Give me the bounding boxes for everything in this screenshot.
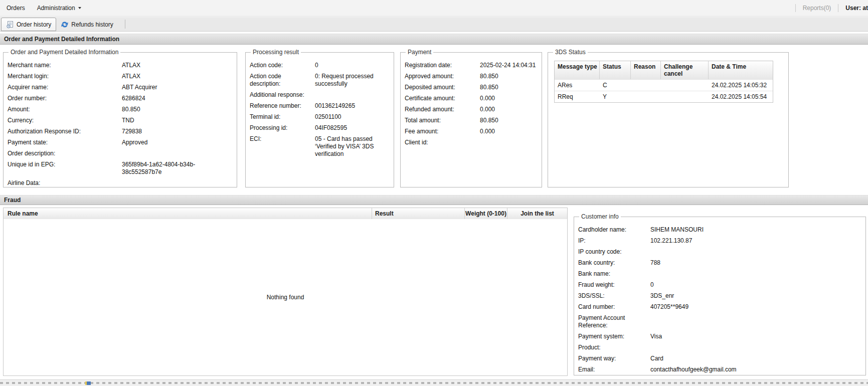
menu-item-administration[interactable]: Administration [31,0,87,17]
table-row[interactable]: RReq Y 24.02.2025 14:05:54 [555,91,773,102]
field-row: Registration date: 2025-02-24 14:04:31 [405,62,538,69]
table-cell [661,80,709,91]
field-label: Payment system: [578,333,650,340]
table-row[interactable]: ARes C 24.02.2025 14:05:32 [555,79,773,91]
table-cell: ARes [555,80,600,91]
column-header[interactable]: Reason [631,61,661,79]
field-row: Total amount: 80.850 [405,117,538,124]
fieldset-legend: Payment [406,49,433,56]
column-header[interactable]: Challenge cancel [661,61,709,79]
table-cell [631,80,661,91]
table-cell: C [600,80,631,91]
field-row: Client id: [405,139,538,146]
empty-table-message: Nothing found [267,294,304,301]
field-value: 80.850 [122,106,233,113]
tab-label: Refunds history [71,21,113,28]
field-row: Currency: TND [8,117,233,124]
column-header[interactable]: Date & Time [709,61,773,79]
user-label: User: at [845,5,868,12]
field-label: Reference number: [250,102,315,110]
field-row: Payment state: Approved [8,139,233,146]
splitter-bar[interactable] [0,379,868,386]
field-value: 05 - Card has passed ‘Verified by VISA’ … [315,135,381,158]
column-header[interactable]: Message type [555,61,600,79]
field-label: Total amount: [405,117,480,124]
field-row: Terminal id: 02501100 [250,113,390,121]
column-header[interactable]: Result [372,208,465,219]
fieldset-legend: Order and Payment Detailed Information [9,49,120,56]
fraud-section-title: Fraud [0,197,21,204]
field-value: 6286824 [122,95,233,102]
field-value [650,270,861,278]
field-row: Action code: 0 [250,62,390,69]
3ds-status-table: Message type Status Reason Challenge can… [554,61,773,103]
field-value [122,150,233,157]
field-value: 0.000 [480,95,538,102]
reports-link[interactable]: Reports(0) [803,5,831,12]
menubar: Orders Administration Reports(0) User: a… [0,0,868,17]
chevron-down-icon [78,7,81,9]
field-label: Approved amount: [405,73,480,80]
field-label: IP: [578,237,650,245]
field-label: Airline Data: [8,179,122,187]
section-header-order-payment: Order and Payment Detailed Information [0,34,868,45]
page-title: Order and Payment Detailed Information [0,36,119,43]
field-value: 0 [315,62,381,69]
section-header-fraud: Fraud [0,195,868,205]
tab-order-history[interactable]: Order history [1,18,56,31]
fraud-table-header: Rule name Result Weight (0-100) Join the… [4,208,567,219]
field-value: 0.000 [480,128,538,135]
menu-item-orders[interactable]: Orders [0,0,31,17]
field-row: IP: 102.221.130.87 [578,237,861,245]
order-history-icon [6,21,14,29]
menubar-right: Reports(0) User: at [788,0,868,17]
column-header[interactable]: Weight (0-100) [465,208,507,219]
field-value: Visa [650,333,861,340]
field-row: Unique id in EPG: 365f89b4-1a62-4804-b34… [8,161,233,176]
field-label: Registration date: [405,62,480,69]
tab-refunds-history[interactable]: Refunds history [56,18,117,31]
field-row: Card number: 407205**9649 [578,303,861,311]
field-row: Additional response: [250,91,390,99]
column-header[interactable]: Status [600,61,631,79]
fieldset-3ds-status: 3DS Status Message type Status Reason Ch… [548,49,789,187]
field-label: Currency: [8,117,122,124]
menu-label: Administration [37,5,75,12]
field-value: 0: Request processed successfully [315,73,381,88]
field-value [122,179,233,187]
field-label: ECI: [250,135,315,158]
table-cell: RReq [555,91,600,102]
table-cell: Y [600,91,631,102]
field-list: Registration date: 2025-02-24 14:04:31 A… [405,58,538,146]
column-header[interactable]: Rule name [4,208,372,219]
field-label: Payment Account Reference: [578,314,650,329]
fieldset-legend: Processing result [251,49,301,56]
field-label: 3DS/SSL: [578,292,650,300]
column-header[interactable]: Join the list [507,208,567,219]
field-row: Certificate amount: 0.000 [405,95,538,102]
field-value: 102.221.130.87 [650,237,861,245]
field-row: Deposited amount: 80.850 [405,84,538,91]
splitter-handle-icon[interactable] [85,381,91,385]
field-value [650,314,861,329]
field-row: Airline Data: [8,179,233,187]
field-label: Bank name: [578,270,650,278]
field-row: Amount: 80.850 [8,106,233,113]
field-label: Merchant login: [8,73,122,80]
field-value: contacthafhoufgeek@gmail.com [650,366,861,373]
field-label: Unique id in EPG: [8,161,122,176]
field-row: ECI: 05 - Card has passed ‘Verified by V… [250,135,390,158]
divider [795,4,796,12]
divider [125,20,125,29]
field-row: Bank country: 788 [578,259,861,267]
field-row: Order number: 6286824 [8,95,233,102]
table-cell [631,91,661,102]
field-label: Fraud weight: [578,281,650,289]
field-row: Payment Account Reference: [578,314,861,329]
field-row: Fraud weight: 0 [578,281,861,289]
fieldset-order-info: Order and Payment Detailed Information M… [3,49,237,187]
field-value: 80.850 [480,73,538,80]
field-label: Refunded amount: [405,106,480,113]
table-cell [661,91,709,102]
field-value: 729838 [122,128,233,135]
